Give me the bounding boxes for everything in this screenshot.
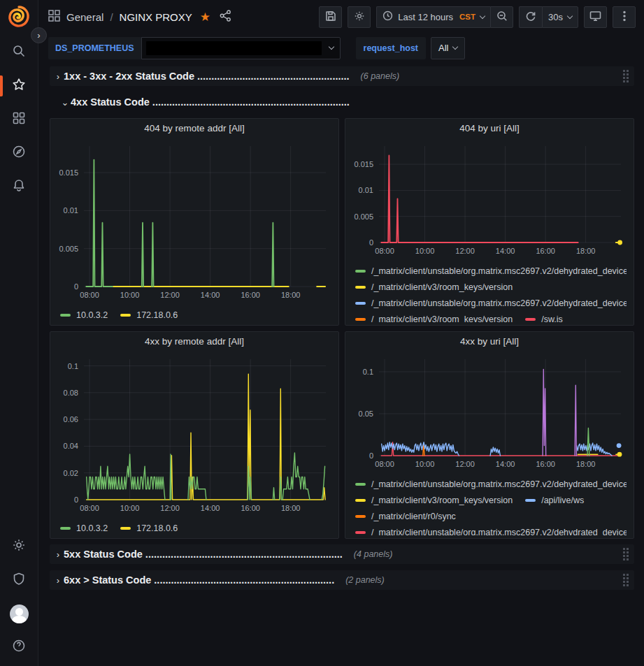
legend-item[interactable]: /_matrix/client/v3/room_keys/version [355,312,513,322]
panel-4xx-by-uri: 4xx by uri [All] 00.050.108:0010:0012:00… [345,331,634,539]
legend-item[interactable]: /_matrix/client/r0/sync [355,509,456,525]
gear-icon [354,10,365,24]
legend-item[interactable]: /_matrix/client/v3/room_keys/version [355,280,513,296]
legend-item[interactable]: /sw.js [525,312,563,322]
legend-item[interactable]: /_matrix/client/unstable/org.matrix.msc2… [355,525,627,535]
chart-404-by-remote-addr[interactable]: 00.0050.010.01508:0010:0012:0014:0016:00… [52,139,334,305]
cycle-view-mode-button[interactable] [584,6,607,28]
legend-item[interactable]: /_matrix/client/unstable/org.matrix.msc2… [355,296,627,312]
legend-swatch [355,515,366,518]
sidebar-item-starred[interactable] [0,77,38,95]
chart-404-by-uri[interactable]: 00.0050.010.01508:0010:0012:0014:0016:00… [347,139,629,261]
save-dashboard-button[interactable] [319,6,342,28]
shield-icon [12,572,26,588]
share-icon[interactable] [220,10,231,24]
dashboards-grid-icon [12,111,26,128]
sidebar-item-server-admin[interactable] [0,571,38,589]
row-drag-handle[interactable] [623,70,629,82]
svg-text:0.1: 0.1 [363,368,373,376]
sidebar-expand-button[interactable]: › [31,27,47,43]
legend-swatch [355,531,366,534]
chevron-down-icon: ⌄ [59,97,71,108]
breadcrumb-section[interactable]: General [66,11,103,23]
svg-text:0: 0 [74,495,78,504]
svg-text:0.04: 0.04 [64,442,78,450]
legend-item[interactable]: /_matrix/client/v3/room_keys/version [355,493,513,509]
clock-icon [382,10,393,23]
sidebar-item-profile[interactable] [0,605,38,623]
search-icon [12,44,26,61]
row-6xx[interactable]: › 6xx > Status Code ....................… [50,570,634,590]
legend-swatch [60,527,71,530]
line-chart-svg: 00.0050.010.01508:0010:0012:0014:0016:00… [347,139,629,258]
legend-item[interactable]: /_matrix/client/unstable/org.matrix.msc2… [355,263,627,280]
row-panel-count: (6 panels) [361,71,400,81]
legend-label: /_matrix/client/v3/room_keys/version [371,314,513,322]
legend-item[interactable]: /api/live/ws [525,493,584,509]
row-drag-handle[interactable] [623,548,629,560]
panel-title[interactable]: 404 by remote addr [All] [50,119,338,138]
sidebar-item-settings[interactable] [0,537,38,556]
panel-title[interactable]: 4xx by uri [All] [345,332,634,351]
svg-text:10:00: 10:00 [415,247,435,255]
svg-text:16:00: 16:00 [536,247,555,255]
svg-text:0.005: 0.005 [59,245,78,253]
svg-text:14:00: 14:00 [201,504,220,512]
row-4xx[interactable]: ⌄ 4xx Status Code ......................… [50,92,634,112]
svg-text:18:00: 18:00 [281,504,301,512]
svg-text:0.005: 0.005 [354,212,373,220]
svg-text:0.015: 0.015 [354,160,373,168]
time-range-picker[interactable]: Last 12 hours CST [376,6,490,28]
svg-text:0: 0 [369,451,373,460]
panel-grid-row2: 4xx by remote addr [All] 00.020.040.060.… [50,331,634,539]
refresh-interval-label: 30s [548,12,563,22]
datasource-variable-label[interactable]: DS_PROMETHEUS [48,37,141,59]
svg-text:14:00: 14:00 [496,247,515,255]
legend-item[interactable]: 172.18.0.6 [120,521,178,535]
line-chart-svg: 00.0050.010.01508:0010:0012:0014:0016:00… [52,139,334,302]
chevron-down-icon [452,44,458,50]
compass-icon [12,145,26,161]
zoom-out-button[interactable] [490,6,513,28]
legend-item[interactable]: /_matrix/client/unstable/org.matrix.msc2… [355,477,627,493]
sidebar-item-alerting[interactable] [0,178,38,196]
apps-grid-icon[interactable] [48,10,60,24]
legend-item[interactable]: 10.0.3.2 [60,521,108,535]
panel-4xx-by-remote-addr: 4xx by remote addr [All] 00.020.040.060.… [50,331,339,539]
legend-item[interactable]: 172.18.0.6 [120,307,178,322]
dashboard-settings-button[interactable] [348,6,371,28]
sidebar-item-dashboards[interactable] [0,110,38,129]
datasource-variable-select[interactable] [141,37,341,59]
svg-text:14:00: 14:00 [496,460,515,468]
panel-title[interactable]: 404 by uri [All] [345,119,634,138]
refresh-interval-picker[interactable]: 30s [542,6,578,28]
legend: 10.0.3.2172.18.0.6 [60,521,331,535]
grafana-logo[interactable] [8,6,30,28]
chart-4xx-by-uri[interactable]: 00.050.108:0010:0012:0014:0016:0018:00 [347,352,629,474]
save-icon [325,10,336,24]
legend-item[interactable]: 10.0.3.2 [60,307,108,322]
row-5xx[interactable]: › 5xx Status Code ......................… [50,544,634,564]
sidebar-item-search[interactable] [0,43,38,61]
legend-label: /sw.js [541,314,563,322]
more-options-button[interactable] [613,6,636,28]
svg-text:12:00: 12:00 [160,291,180,299]
sidebar-item-help[interactable] [0,638,38,656]
refresh-controls: 30s [519,6,578,28]
sidebar: › [0,0,38,666]
svg-text:12:00: 12:00 [455,247,475,255]
panel-title[interactable]: 4xx by remote addr [All] [50,332,338,351]
line-chart-svg: 00.020.040.060.080.108:0010:0012:0014:00… [52,352,334,515]
chart-4xx-by-remote-addr[interactable]: 00.020.040.060.080.108:0010:0012:0014:00… [52,352,334,518]
adhoc-filter-key[interactable]: request_host [356,37,427,59]
gear-icon [12,538,26,555]
row-1xx-3xx-2xx[interactable]: › 1xx - 3xx - 2xx Status Code ..........… [50,66,634,86]
dashboard-title[interactable]: NGINX PROXY [120,11,192,23]
sidebar-item-explore[interactable] [0,144,38,162]
favorite-star-icon[interactable]: ★ [200,10,210,24]
row-drag-handle[interactable] [623,574,629,586]
row-panel-count: (2 panels) [345,575,385,585]
legend-swatch [525,499,536,502]
adhoc-filter-value[interactable]: All [431,37,465,59]
refresh-button[interactable] [519,6,542,28]
